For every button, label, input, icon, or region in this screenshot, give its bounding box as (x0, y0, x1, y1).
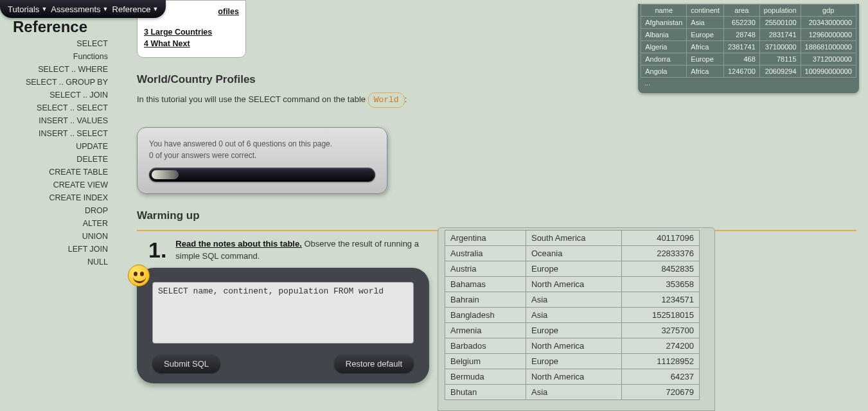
sidebar-item[interactable]: SELECT .. WHERE (0, 63, 108, 76)
sidebar-item[interactable]: Functions (0, 50, 108, 63)
result-panel: ArgentinaSouth America40117096AustraliaO… (438, 227, 715, 411)
result-scroll[interactable]: ArgentinaSouth America40117096AustraliaO… (438, 228, 714, 410)
sidebar-item[interactable]: CREATE VIEW (0, 179, 108, 191)
nav-tutorials[interactable]: Tutorials ▼ (8, 4, 47, 14)
sidebar-item[interactable]: CREATE INDEX (0, 191, 108, 204)
table-row: BangladeshAsia152518015 (445, 308, 700, 323)
ref-row: AndorraEurope468781153712000000 (641, 53, 856, 66)
ref-header: gdp (801, 4, 856, 17)
ref-header: population (759, 4, 801, 17)
sidebar-item[interactable]: LEFT JOIN (0, 243, 108, 256)
restore-default-button[interactable]: Restore default (334, 354, 414, 373)
section-heading: World/Country Profiles (137, 73, 638, 86)
table-row: AustraliaOceania22833376 (445, 246, 700, 261)
ref-row: AngolaAfrica124670020609294100990000000 (641, 66, 856, 78)
table-row: BarbadosNorth America274200 (445, 338, 700, 354)
toc-link[interactable]: 3 Large Countries (144, 26, 239, 38)
intro-text: In this tutorial you will use the SELECT… (137, 92, 638, 108)
sidebar-item[interactable]: NULL (0, 256, 108, 268)
sidebar-item[interactable]: SELECT .. JOIN (0, 89, 108, 101)
score-line: You have answered 0 out of 6 questions o… (149, 138, 375, 150)
table-row: AustriaEurope8452835 (445, 261, 700, 277)
chevron-down-icon: ▼ (103, 6, 109, 12)
chevron-down-icon: ▼ (153, 6, 159, 12)
result-table: ArgentinaSouth America40117096AustraliaO… (445, 230, 700, 400)
sidebar-item[interactable]: INSERT .. SELECT (0, 127, 108, 140)
sql-panel: Submit SQL Restore default (137, 268, 429, 383)
ref-header: area (723, 4, 759, 17)
toc-link[interactable]: 4 What Next (144, 38, 239, 49)
question-text: Read the notes about this table. Observe… (175, 238, 420, 263)
table-row: BahamasNorth America353658 (445, 277, 700, 292)
sidebar-item[interactable]: UPDATE (0, 140, 108, 153)
nav-assessments[interactable]: Assessments ▼ (51, 4, 108, 14)
table-pill[interactable]: World (368, 92, 405, 108)
ref-row: AfghanistanAsia6522302550010020343000000 (641, 17, 856, 29)
score-line: 0 of your answers were correct. (149, 150, 375, 161)
question-number: 1. (137, 238, 166, 263)
ref-header: name (641, 4, 687, 17)
reference-ellipsis: ... (641, 78, 856, 88)
table-row: ArmeniaEurope3275700 (445, 323, 700, 338)
page-title: Reference (13, 18, 87, 36)
sidebar-item[interactable]: SELECT (0, 37, 108, 50)
sidebar-item[interactable]: SELECT .. SELECT (0, 101, 108, 114)
ref-header: continent (687, 4, 724, 17)
table-row: BermudaNorth America64237 (445, 369, 700, 385)
sidebar-item[interactable]: DROP (0, 204, 108, 217)
table-row: ArgentinaSouth America40117096 (445, 231, 700, 246)
chevron-down-icon: ▼ (41, 6, 47, 12)
top-nav: Tutorials ▼ Assessments ▼ Reference ▼ (0, 0, 166, 18)
sidebar-item[interactable]: SELECT .. GROUP BY (0, 76, 108, 89)
sidebar-item[interactable]: ALTER (0, 217, 108, 230)
submit-sql-button[interactable]: Submit SQL (152, 354, 220, 373)
ref-row: AlbaniaEurope28748283174112960000000 (641, 29, 856, 41)
sidebar-item[interactable]: INSERT .. VALUES (0, 114, 108, 127)
smiley-icon (128, 265, 150, 286)
ref-row: AlgeriaAfrica238174137100000188681000000 (641, 41, 856, 53)
table-row: BahrainAsia1234571 (445, 292, 700, 308)
table-row: BhutanAsia720679 (445, 385, 700, 400)
sql-input[interactable] (152, 282, 414, 344)
sidebar-item[interactable]: UNION (0, 230, 108, 243)
sidebar-item[interactable]: DELETE (0, 153, 108, 166)
reference-table: namecontinentareapopulationgdp Afghanist… (638, 4, 859, 93)
progress-bar (149, 168, 375, 182)
sidebar-item[interactable]: CREATE TABLE (0, 166, 108, 179)
table-row: BelgiumEurope11128952 (445, 354, 700, 369)
score-box: You have answered 0 out of 6 questions o… (137, 127, 387, 194)
sidebar: SELECT Functions SELECT .. WHERE SELECT … (0, 37, 116, 268)
notes-link[interactable]: Read the notes about this table. (175, 239, 301, 249)
nav-reference[interactable]: Reference ▼ (112, 4, 159, 14)
section-heading: Warming up (137, 209, 638, 222)
